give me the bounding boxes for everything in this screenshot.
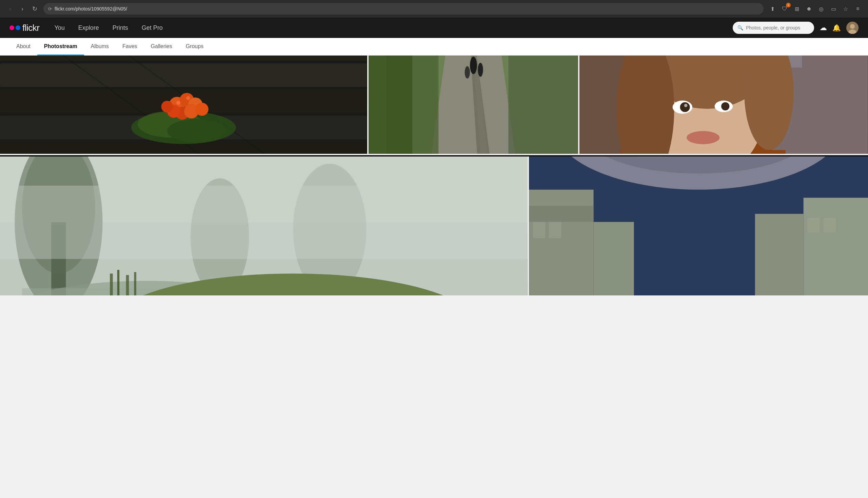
- photo-row-1: [0, 55, 868, 154]
- svg-rect-77: [529, 206, 594, 222]
- svg-point-25: [186, 96, 190, 100]
- svg-rect-8: [0, 116, 367, 140]
- url-text: flickr.com/photos/10905592@N05/: [54, 6, 759, 12]
- photo-path[interactable]: [369, 55, 578, 154]
- svg-rect-80: [803, 198, 868, 296]
- forward-button[interactable]: ›: [18, 4, 27, 14]
- tab-galleries[interactable]: Galleries: [144, 38, 179, 55]
- svg-rect-41: [687, 125, 719, 154]
- layout-button[interactable]: ▭: [829, 4, 838, 14]
- tracking-button[interactable]: ◎: [816, 4, 826, 14]
- shield-badge: 5: [786, 3, 791, 8]
- svg-point-18: [188, 97, 203, 112]
- photo-grid: [0, 55, 868, 498]
- tab-faves[interactable]: Faves: [116, 38, 144, 55]
- svg-rect-84: [755, 214, 804, 296]
- svg-point-23: [162, 101, 173, 113]
- svg-point-45: [744, 55, 794, 150]
- svg-rect-65: [117, 270, 119, 296]
- dot-blue: [16, 25, 20, 30]
- avatar-image: [846, 22, 858, 34]
- sub-nav: About Photostream Albums Faves Galleries…: [0, 38, 868, 55]
- photo-woman-image: [579, 55, 868, 154]
- photo-fog-image: [0, 157, 527, 296]
- svg-marker-27: [421, 55, 525, 154]
- svg-point-22: [195, 103, 208, 116]
- photo-canal-image: [529, 157, 868, 296]
- svg-point-59: [293, 163, 366, 296]
- refresh-button[interactable]: ↻: [30, 4, 39, 14]
- svg-point-35: [464, 66, 470, 79]
- search-input[interactable]: [746, 25, 809, 30]
- tab-groups[interactable]: Groups: [179, 38, 210, 55]
- svg-point-33: [470, 56, 477, 74]
- search-bar[interactable]: 🔍: [733, 22, 814, 34]
- flickr-logo[interactable]: flickr: [10, 23, 39, 33]
- svg-rect-68: [0, 186, 527, 259]
- svg-point-21: [167, 105, 180, 118]
- dot-pink: [10, 25, 14, 30]
- svg-point-62: [110, 273, 476, 296]
- svg-point-46: [673, 101, 692, 114]
- flickr-wordmark: flickr: [22, 23, 39, 33]
- nav-prints[interactable]: Prints: [106, 18, 135, 38]
- nav-get-pro[interactable]: Get Pro: [135, 18, 169, 38]
- svg-rect-78: [533, 222, 545, 238]
- tab-albums[interactable]: Albums: [84, 38, 116, 55]
- svg-rect-6: [0, 63, 367, 87]
- svg-point-71: [553, 157, 844, 190]
- svg-line-12: [65, 55, 328, 154]
- svg-point-49: [715, 101, 733, 112]
- cookie-button[interactable]: ☻: [804, 4, 814, 14]
- svg-rect-56: [51, 222, 66, 296]
- nav-you[interactable]: You: [48, 18, 71, 38]
- user-avatar[interactable]: [846, 22, 858, 34]
- svg-rect-40: [621, 150, 786, 154]
- svg-rect-54: [0, 157, 527, 259]
- svg-point-48: [684, 104, 688, 107]
- svg-point-24: [176, 101, 180, 105]
- svg-rect-81: [807, 218, 819, 232]
- svg-point-20: [184, 104, 199, 119]
- svg-point-44: [617, 55, 674, 154]
- nav-explore[interactable]: Explore: [72, 18, 106, 38]
- svg-rect-76: [529, 190, 594, 296]
- svg-point-15: [167, 119, 226, 143]
- extensions-button[interactable]: ⊞: [792, 4, 802, 14]
- shield-container: 🛡 5: [780, 4, 789, 14]
- photo-woman[interactable]: [579, 55, 868, 154]
- tab-about[interactable]: About: [10, 38, 37, 55]
- share-button[interactable]: ⬆: [768, 4, 777, 14]
- svg-rect-52: [0, 157, 527, 296]
- svg-rect-3: [0, 55, 367, 154]
- svg-point-14: [138, 111, 203, 137]
- svg-marker-32: [472, 55, 495, 154]
- menu-button[interactable]: ≡: [853, 4, 863, 14]
- svg-rect-70: [529, 157, 868, 296]
- notification-bell[interactable]: 🔔: [832, 24, 841, 32]
- svg-rect-82: [824, 218, 836, 232]
- svg-point-39: [608, 133, 806, 154]
- photo-row-2: [0, 157, 868, 296]
- flickr-dots: [10, 25, 20, 30]
- upload-button[interactable]: ☁: [819, 23, 827, 32]
- back-button[interactable]: ‹: [5, 4, 15, 14]
- svg-point-43: [640, 55, 775, 109]
- svg-rect-79: [549, 222, 561, 238]
- photo-fog[interactable]: [0, 157, 527, 296]
- svg-point-57: [22, 157, 95, 273]
- photo-path-image: [369, 55, 578, 154]
- svg-point-34: [478, 63, 483, 77]
- favorites-button[interactable]: ☆: [841, 4, 850, 14]
- photo-canal[interactable]: [529, 157, 868, 296]
- address-bar[interactable]: ⟳ flickr.com/photos/10905592@N05/: [43, 3, 764, 15]
- photo-berries[interactable]: [0, 55, 367, 154]
- svg-point-60: [15, 281, 278, 296]
- svg-rect-53: [0, 157, 527, 222]
- svg-point-51: [687, 131, 719, 144]
- svg-rect-67: [134, 272, 136, 296]
- svg-rect-83: [593, 222, 634, 296]
- tab-photostream[interactable]: Photostream: [37, 38, 84, 55]
- flickr-navbar: flickr You Explore Prints Get Pro 🔍 ☁ 🔔: [0, 18, 868, 38]
- svg-point-19: [176, 107, 189, 120]
